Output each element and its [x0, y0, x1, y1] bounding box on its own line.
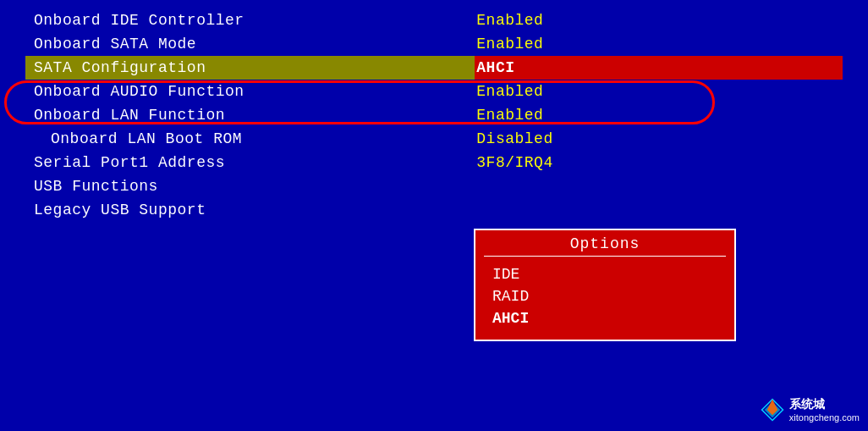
table-row[interactable]: Onboard LAN Function Enabled	[25, 103, 843, 127]
watermark: 系统城 xitongcheng.com	[761, 397, 860, 423]
setting-value: Disabled	[475, 127, 843, 151]
setting-label: SATA Configuration	[25, 56, 475, 80]
table-row[interactable]: Onboard LAN Boot ROM Disabled	[25, 127, 843, 151]
setting-value	[475, 174, 843, 198]
bios-settings-table: Onboard IDE Controller Enabled Onboard S…	[25, 8, 843, 222]
option-ide[interactable]: IDE	[492, 263, 717, 285]
table-row[interactable]: Legacy USB Support	[25, 198, 843, 222]
setting-label: USB Functions	[25, 174, 475, 198]
setting-label: Onboard LAN Function	[25, 103, 475, 127]
sata-configuration-row[interactable]: SATA Configuration AHCI	[25, 56, 843, 80]
table-row[interactable]: Onboard AUDIO Function Enabled	[25, 80, 843, 103]
table-row[interactable]: Serial Port1 Address 3F8/IRQ4	[25, 151, 843, 174]
setting-value-ahci: AHCI	[475, 56, 843, 80]
table-row[interactable]: USB Functions	[25, 174, 843, 198]
table-row[interactable]: Onboard IDE Controller Enabled	[25, 8, 843, 32]
setting-value	[475, 198, 843, 222]
setting-label: Onboard AUDIO Function	[25, 80, 475, 103]
watermark-logo-icon	[761, 398, 784, 422]
options-title: Options	[475, 230, 734, 256]
setting-value: Enabled	[475, 8, 843, 32]
watermark-text: 系统城 xitongcheng.com	[789, 397, 860, 423]
bios-screen: Onboard IDE Controller Enabled Onboard S…	[0, 0, 868, 431]
setting-label: Serial Port1 Address	[25, 151, 475, 174]
setting-label: Legacy USB Support	[25, 198, 475, 222]
setting-value: Enabled	[475, 103, 843, 127]
setting-label: Onboard SATA Mode	[25, 32, 475, 56]
watermark-url: xitongcheng.com	[789, 412, 860, 423]
setting-value: 3F8/IRQ4	[475, 151, 843, 174]
watermark-site: 系统城	[789, 397, 860, 412]
options-popup[interactable]: Options IDE RAID AHCI	[474, 229, 736, 341]
options-list: IDE RAID AHCI	[475, 257, 734, 340]
setting-value: Enabled	[475, 32, 843, 56]
setting-label: Onboard LAN Boot ROM	[25, 127, 475, 151]
setting-label: Onboard IDE Controller	[25, 8, 475, 32]
setting-value: Enabled	[475, 80, 843, 103]
option-ahci[interactable]: AHCI	[492, 307, 717, 329]
table-row[interactable]: Onboard SATA Mode Enabled	[25, 32, 843, 56]
option-raid[interactable]: RAID	[492, 285, 717, 307]
